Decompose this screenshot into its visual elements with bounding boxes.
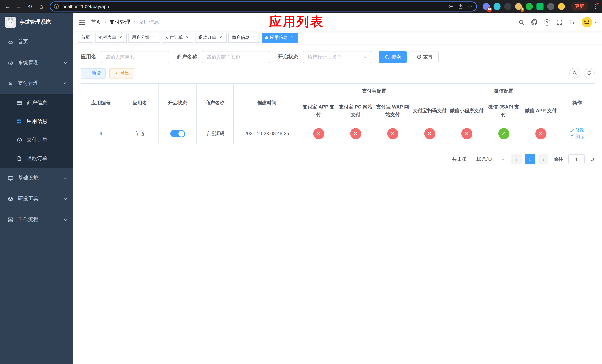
sidebar: 芋道管理系统 首页 系统管理 ¥ 支付管理 <box>0 13 73 364</box>
page-size-select[interactable]: 10条/页 <box>473 154 508 164</box>
top-navbar: 首页 / 支付管理 / 应用信息 ? TT ▾ <box>73 13 602 32</box>
tab-label: 流程表单 <box>98 34 116 41</box>
sidebar-item-home[interactable]: 首页 <box>0 32 73 52</box>
page-annotation: 应用列表 <box>269 15 324 28</box>
tab-process-form[interactable]: 流程表单 × <box>95 33 127 43</box>
sidebar-subitem-merchant-info[interactable]: 商户信息 <box>0 94 73 112</box>
reload-icon[interactable]: ↻ <box>25 2 35 11</box>
sidebar-item-infrastructure[interactable]: 基础设施 <box>0 168 73 189</box>
reset-button[interactable]: 重置 <box>411 51 439 63</box>
sidebar-item-label: 支付管理 <box>18 80 39 87</box>
delete-link[interactable]: 删除 <box>570 133 584 140</box>
sidebar-subitem-app-info[interactable]: 应用信息 <box>0 112 73 131</box>
th-wechat-group: 微信配置 <box>448 84 559 99</box>
sidebar-collapse-icon[interactable] <box>78 19 85 25</box>
th-alipay-pc: 支付宝 PC 网站支付 <box>337 99 374 123</box>
app-logo[interactable]: 芋道管理系统 <box>0 13 73 32</box>
close-icon[interactable]: × <box>185 35 190 40</box>
sidebar-item-label: 支付订单 <box>27 137 47 143</box>
prev-page-button[interactable]: ‹ <box>511 154 522 164</box>
next-page-button[interactable]: › <box>538 154 548 164</box>
help-icon[interactable]: ? <box>544 19 550 25</box>
refresh-table-button[interactable] <box>584 68 595 78</box>
github-icon[interactable] <box>531 19 538 26</box>
back-icon[interactable]: ← <box>3 2 13 11</box>
share-icon[interactable] <box>458 4 463 9</box>
search-icon[interactable] <box>518 19 525 25</box>
close-icon[interactable]: × <box>251 35 257 40</box>
goto-label: 前往 <box>553 156 563 162</box>
merchant-name-input[interactable] <box>202 51 270 63</box>
browser-update-button[interactable]: 更新 <box>570 2 588 11</box>
apps-grid-icon <box>16 119 22 124</box>
status-select[interactable]: 请选择开启状态 <box>303 51 371 63</box>
extension-icon-8[interactable] <box>558 3 565 10</box>
breadcrumb-app-info: 应用信息 <box>139 19 159 26</box>
breadcrumb-separator: / <box>105 19 106 25</box>
close-icon[interactable]: × <box>290 35 295 40</box>
browser-menu-icon[interactable]: ⋮ <box>592 3 599 10</box>
search-button[interactable]: 搜索 <box>379 51 407 63</box>
th-created: 创建时间 <box>233 84 300 123</box>
alipay-app-status-icon: × <box>313 128 324 139</box>
export-button[interactable]: 导出 <box>109 68 134 78</box>
tab-pay-order[interactable]: 支付订单 × <box>162 33 193 43</box>
tab-app-info[interactable]: 应用信息 × <box>262 33 298 43</box>
page-number-1[interactable]: 1 <box>525 154 535 164</box>
extension-icon-5[interactable] <box>526 3 533 10</box>
edit-link[interactable]: 修改 <box>570 127 584 133</box>
fullscreen-icon[interactable] <box>557 19 563 25</box>
home-icon[interactable]: ⌂ <box>36 2 46 11</box>
browser-extensions: 10 1 <box>481 3 567 10</box>
th-merchant: 商户名称 <box>196 84 233 123</box>
tab-label: 退款订单 <box>198 34 216 41</box>
th-wechat-mini: 微信小程序支付 <box>448 99 485 123</box>
sidebar-item-payment[interactable]: ¥ 支付管理 <box>0 73 73 94</box>
sidebar-item-dev-tools[interactable]: 研发工具 <box>0 189 73 209</box>
sidebar-subitem-pay-order[interactable]: ¥ 支付订单 <box>0 131 73 149</box>
extension-icon-2[interactable] <box>494 3 501 10</box>
goto-page-input[interactable] <box>568 154 585 164</box>
download-icon <box>114 71 118 75</box>
close-icon[interactable]: × <box>151 35 157 40</box>
add-button[interactable]: ＋ 新增 <box>81 68 106 78</box>
extension-icon-7[interactable] <box>547 3 554 10</box>
search-icon <box>385 55 389 59</box>
close-icon[interactable]: × <box>218 35 223 40</box>
refund-doc-icon <box>16 156 22 161</box>
close-icon[interactable]: × <box>118 35 123 40</box>
extension-icon-1[interactable]: 10 <box>483 3 490 10</box>
tab-merchant-info[interactable]: 商户信息 × <box>228 33 260 43</box>
user-menu[interactable]: ▾ <box>581 17 597 28</box>
tab-user-group[interactable]: 用户分组 × <box>129 33 160 43</box>
chevron-down-icon <box>501 157 505 161</box>
app-name-input[interactable] <box>101 51 169 63</box>
forward-icon[interactable]: → <box>14 2 24 11</box>
site-info-icon[interactable]: ⓘ <box>54 3 59 10</box>
extension-icon-6[interactable] <box>537 3 544 10</box>
sidebar-subitem-refund-order[interactable]: 退款订单 <box>0 149 73 168</box>
sidebar-item-workflow[interactable]: 工作流程 <box>0 209 73 230</box>
address-bar[interactable]: ⓘ localhost:1024/pay/app ☆ <box>50 1 477 11</box>
pay-order-icon: ¥ <box>16 137 22 143</box>
font-size-icon[interactable]: TT <box>569 19 575 25</box>
refresh-icon <box>417 55 421 59</box>
filter-label-status: 开启状态 <box>278 54 298 60</box>
extension-icon-4[interactable]: 1 <box>515 3 522 10</box>
status-toggle[interactable] <box>170 130 185 137</box>
merchant-card-icon <box>16 100 22 106</box>
extension-icon-3[interactable] <box>504 3 511 10</box>
bookmark-star-icon[interactable]: ☆ <box>468 3 473 10</box>
sidebar-item-label: 退款订单 <box>27 155 47 162</box>
toggle-search-button[interactable] <box>570 68 580 78</box>
wechat-jsapi-status-icon: ✓ <box>498 128 509 139</box>
password-key-icon[interactable] <box>448 4 454 9</box>
breadcrumb-home[interactable]: 首页 <box>91 19 101 26</box>
browser-toolbar: ← → ↻ ⌂ ⓘ localhost:1024/pay/app ☆ 10 1 <box>0 0 602 13</box>
tab-refund-order[interactable]: 退款订单 × <box>195 33 226 43</box>
sidebar-item-system[interactable]: 系统管理 <box>0 52 73 73</box>
extension-badge: 10 <box>486 7 492 12</box>
th-alipay-app: 支付宝 APP 支付 <box>300 99 337 123</box>
chevron-down-icon: ▾ <box>595 20 597 25</box>
tab-home[interactable]: 首页 <box>78 33 93 43</box>
